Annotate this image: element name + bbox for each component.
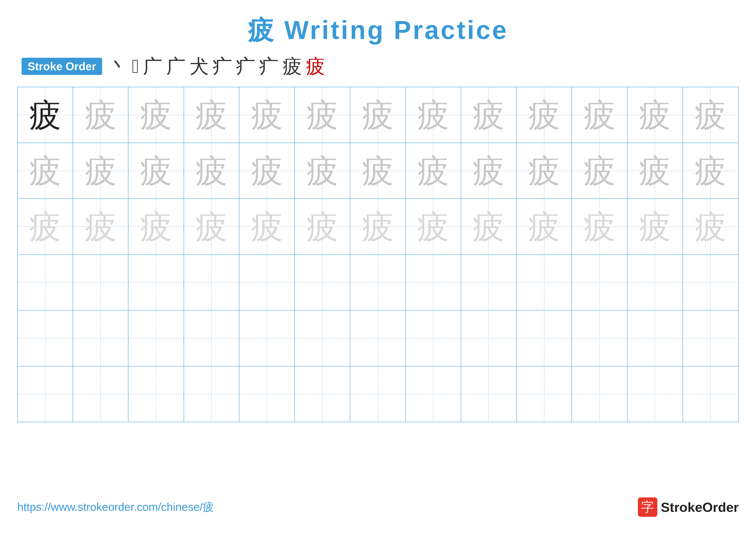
grid-cell[interactable] — [461, 311, 517, 366]
cell-character: 疲 — [140, 155, 172, 187]
grid-cell[interactable] — [461, 255, 517, 310]
grid-cell[interactable]: 疲 — [683, 143, 738, 198]
grid-cell[interactable] — [572, 255, 627, 310]
grid-cell[interactable] — [628, 367, 683, 422]
grid-cell[interactable]: 疲 — [628, 87, 683, 142]
grid-cell[interactable] — [128, 255, 184, 310]
grid-row-3 — [18, 255, 738, 311]
logo-icon: 字 — [638, 497, 657, 517]
grid-cell[interactable]: 疲 — [461, 143, 517, 198]
grid-cell[interactable] — [683, 311, 738, 366]
grid-cell[interactable]: 疲 — [128, 87, 184, 142]
grid-cell[interactable]: 疲 — [683, 199, 738, 254]
grid-cell[interactable] — [128, 311, 184, 366]
grid-cell[interactable] — [18, 311, 73, 366]
grid-cell[interactable] — [572, 367, 627, 422]
grid-cell[interactable] — [184, 311, 239, 366]
grid-cell[interactable]: 疲 — [572, 199, 627, 254]
grid-row-5 — [18, 367, 738, 422]
grid-cell[interactable]: 疲 — [73, 143, 128, 198]
stroke-char-1: 𠃋 — [132, 57, 139, 76]
grid-cell[interactable] — [350, 311, 406, 366]
stroke-char-3: 广 — [166, 57, 186, 76]
grid-cell[interactable]: 疲 — [517, 143, 572, 198]
grid-cell[interactable]: 疲 — [461, 199, 517, 254]
grid-cell[interactable]: 疲 — [350, 87, 406, 142]
grid-cell[interactable]: 疲 — [406, 87, 461, 142]
grid-cell[interactable]: 疲 — [350, 143, 406, 198]
grid-cell[interactable] — [18, 255, 73, 310]
grid-cell[interactable]: 疲 — [18, 199, 73, 254]
grid-cell[interactable]: 疲 — [295, 143, 350, 198]
grid-cell[interactable] — [406, 255, 461, 310]
grid-cell[interactable] — [239, 311, 295, 366]
cell-character: 疲 — [472, 155, 505, 187]
cell-character: 疲 — [306, 211, 338, 243]
stroke-char-7: 疒 — [259, 57, 279, 76]
grid-cell[interactable] — [572, 311, 627, 366]
grid-cell[interactable] — [184, 367, 239, 422]
grid-cell[interactable] — [406, 311, 461, 366]
grid-cell[interactable] — [239, 367, 295, 422]
grid-cell[interactable]: 疲 — [295, 199, 350, 254]
grid-cell[interactable]: 疲 — [239, 143, 295, 198]
cell-character: 疲 — [694, 211, 727, 243]
grid-cell[interactable]: 疲 — [628, 143, 683, 198]
grid-cell[interactable]: 疲 — [406, 199, 461, 254]
cell-character: 疲 — [251, 155, 283, 187]
grid-cell[interactable]: 疲 — [239, 199, 295, 254]
grid-cell[interactable]: 疲 — [184, 87, 239, 142]
grid-cell[interactable] — [406, 367, 461, 422]
grid-cell[interactable]: 疲 — [406, 143, 461, 198]
cell-character: 疲 — [362, 99, 394, 131]
grid-cell[interactable]: 疲 — [18, 87, 73, 142]
grid-cell[interactable]: 疲 — [572, 87, 627, 142]
grid-cell[interactable] — [628, 255, 683, 310]
grid-cell[interactable] — [73, 367, 128, 422]
grid-cell[interactable]: 疲 — [239, 87, 295, 142]
grid-cell[interactable]: 疲 — [184, 143, 239, 198]
grid-cell[interactable]: 疲 — [517, 199, 572, 254]
stroke-order-badge: Stroke Order — [21, 58, 102, 75]
grid-cell[interactable] — [184, 255, 239, 310]
grid-cell[interactable]: 疲 — [572, 143, 627, 198]
grid-cell[interactable] — [73, 255, 128, 310]
grid-cell[interactable] — [517, 367, 572, 422]
cell-character: 疲 — [29, 155, 62, 187]
cell-character: 疲 — [140, 99, 172, 131]
cell-character: 疲 — [29, 211, 62, 243]
grid-cell[interactable] — [683, 367, 738, 422]
grid-cell[interactable]: 疲 — [350, 199, 406, 254]
grid-cell[interactable] — [350, 367, 406, 422]
grid-cell[interactable] — [239, 255, 295, 310]
grid-cell[interactable] — [295, 367, 350, 422]
grid-cell[interactable] — [295, 255, 350, 310]
grid-cell[interactable]: 疲 — [128, 199, 184, 254]
grid-cell[interactable] — [73, 311, 128, 366]
footer-url[interactable]: https://www.strokeorder.com/chinese/疲 — [17, 499, 214, 515]
grid-cell[interactable] — [517, 255, 572, 310]
grid-cell[interactable] — [683, 255, 738, 310]
cell-character: 疲 — [639, 211, 671, 243]
cell-character: 疲 — [195, 211, 228, 243]
cell-character: 疲 — [583, 155, 616, 187]
grid-cell[interactable] — [128, 367, 184, 422]
grid-cell[interactable] — [461, 367, 517, 422]
grid-cell[interactable] — [628, 311, 683, 366]
grid-cell[interactable]: 疲 — [461, 87, 517, 142]
grid-cell[interactable]: 疲 — [683, 87, 738, 142]
grid-cell[interactable]: 疲 — [73, 199, 128, 254]
grid-cell[interactable]: 疲 — [128, 143, 184, 198]
grid-cell[interactable] — [295, 311, 350, 366]
grid-cell[interactable]: 疲 — [18, 143, 73, 198]
cell-character: 疲 — [417, 99, 449, 131]
grid-cell[interactable]: 疲 — [184, 199, 239, 254]
stroke-char-4: 犬 — [189, 57, 209, 76]
grid-cell[interactable]: 疲 — [295, 87, 350, 142]
grid-cell[interactable] — [517, 311, 572, 366]
grid-cell[interactable]: 疲 — [628, 199, 683, 254]
grid-cell[interactable] — [18, 367, 73, 422]
grid-cell[interactable]: 疲 — [73, 87, 128, 142]
grid-cell[interactable]: 疲 — [517, 87, 572, 142]
grid-cell[interactable] — [350, 255, 406, 310]
